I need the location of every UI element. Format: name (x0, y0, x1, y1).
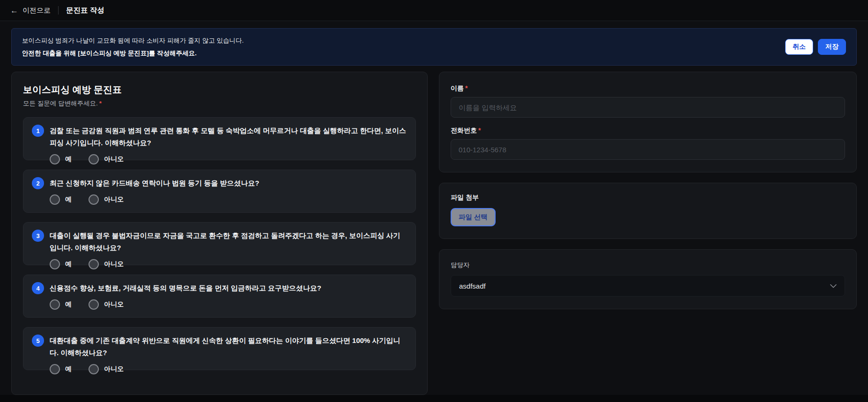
question-number-badge: 4 (32, 282, 44, 294)
question-card-1: 1 검찰 또는 금감원 직원과 범죄 연루 관련 통화 후 모텔 등 숙박업소에… (23, 117, 416, 160)
name-field-label: 이름* (451, 84, 845, 93)
notice-banner: 보이스피싱 범죄가 나날이 교묘화 됨에 따라 소비자 피해가 줄지 않고 있습… (11, 28, 857, 66)
cancel-button[interactable]: 취소 (785, 39, 813, 55)
radio-circle-icon[interactable] (50, 364, 60, 374)
save-button[interactable]: 저장 (818, 39, 846, 55)
question-number-badge: 2 (32, 177, 44, 189)
question-4-options: 예 아니오 (50, 299, 406, 310)
question-text: 검찰 또는 금감원 직원과 범죄 연루 관련 통화 후 모텔 등 숙박업소에 머… (50, 125, 406, 149)
required-asterisk: * (465, 84, 467, 92)
radio-circle-icon[interactable] (50, 154, 60, 164)
back-arrow-icon: ← (10, 7, 18, 15)
contact-info-card: 이름* 전화번호* (439, 72, 857, 172)
right-column: 이름* 전화번호* 파일 첨부 파일 선택 담당자 asdfsadf (439, 72, 857, 395)
radio-label-yes: 예 (65, 195, 72, 204)
top-header-bar: ← 이전으로 문진표 작성 (0, 0, 868, 21)
question-4-radio-no[interactable]: 아니오 (89, 299, 124, 310)
notice-line-1: 보이스피싱 범죄가 나날이 교묘화 됨에 따라 소비자 피해가 줄지 않고 있습… (22, 37, 244, 45)
question-5-radio-no[interactable]: 아니오 (89, 364, 124, 374)
questionnaire-subtitle-text: 모든 질문에 답변해주세요. (23, 100, 98, 107)
question-4-radio-yes[interactable]: 예 (50, 299, 72, 310)
question-card-2: 2 최근 신청하지 않은 카드배송 연락이나 법원 등기 등을 받으셨나요? 예… (23, 170, 416, 213)
question-2-options: 예 아니오 (50, 194, 406, 205)
radio-circle-icon[interactable] (89, 259, 99, 269)
name-input[interactable] (451, 97, 845, 118)
manager-card: 담당자 asdfsadf (439, 249, 857, 309)
manager-selected-value: asdfsadf (459, 282, 486, 290)
page-title: 문진표 작성 (66, 6, 104, 15)
manager-select[interactable]: asdfsadf (451, 275, 845, 297)
question-text: 최근 신청하지 않은 카드배송 연락이나 법원 등기 등을 받으셨나요? (50, 177, 260, 189)
radio-label-no: 아니오 (104, 195, 124, 204)
question-2-radio-yes[interactable]: 예 (50, 194, 72, 205)
file-attach-card: 파일 첨부 파일 선택 (439, 183, 857, 239)
questionnaire-title: 보이스피싱 예방 문진표 (23, 83, 416, 96)
notice-line-2: 안전한 대출을 위해 [보이스피싱 예방 문진표]를 작성해주세요. (22, 49, 244, 58)
question-1-options: 예 아니오 (50, 154, 406, 164)
question-number-badge: 5 (32, 335, 44, 347)
required-asterisk: * (478, 127, 481, 134)
question-card-3: 3 대출이 실행될 경우 불법자금이므로 자금을 국고로 환수한 후 점검하고 … (23, 222, 416, 265)
question-number-badge: 1 (32, 125, 44, 137)
question-text: 대출이 실행될 경우 불법자금이므로 자금을 국고로 환수한 후 점검하고 돌려… (50, 230, 406, 254)
back-button[interactable]: ← 이전으로 (10, 6, 51, 15)
question-text: 신용점수 향상, 보험료, 거래실적 등의 명목으로 돈을 먼저 입금하라고 요… (50, 282, 321, 294)
question-5-radio-yes[interactable]: 예 (50, 364, 72, 374)
radio-circle-icon[interactable] (50, 259, 60, 269)
radio-label-no: 아니오 (104, 300, 124, 309)
questionnaire-panel: 보이스피싱 예방 문진표 모든 질문에 답변해주세요.* 1 검찰 또는 금감원… (11, 72, 428, 395)
phone-field-label: 전화번호* (451, 127, 845, 135)
file-attach-label: 파일 첨부 (451, 194, 845, 202)
radio-circle-icon[interactable] (50, 299, 60, 310)
radio-label-yes: 예 (65, 260, 72, 268)
required-asterisk: * (99, 100, 102, 107)
question-3-radio-no[interactable]: 아니오 (89, 259, 124, 269)
main-content: 보이스피싱 범죄가 나날이 교묘화 됨에 따라 소비자 피해가 줄지 않고 있습… (0, 21, 868, 395)
manager-label: 담당자 (451, 261, 845, 269)
radio-circle-icon[interactable] (89, 194, 99, 205)
banner-actions: 취소 저장 (785, 39, 846, 55)
name-label-text: 이름 (451, 84, 464, 92)
questionnaire-subtitle: 모든 질문에 답변해주세요.* (23, 99, 416, 108)
file-select-button[interactable]: 파일 선택 (451, 208, 496, 226)
radio-circle-icon[interactable] (50, 194, 60, 205)
phone-label-text: 전화번호 (451, 127, 477, 134)
question-3-radio-yes[interactable]: 예 (50, 259, 72, 269)
question-3-options: 예 아니오 (50, 259, 406, 269)
question-2-radio-no[interactable]: 아니오 (89, 194, 124, 205)
radio-label-yes: 예 (65, 155, 72, 164)
phone-input[interactable] (451, 139, 845, 160)
question-card-4: 4 신용점수 향상, 보험료, 거래실적 등의 명목으로 돈을 먼저 입금하라고… (23, 275, 416, 318)
question-1-radio-yes[interactable]: 예 (50, 154, 72, 164)
radio-label-yes: 예 (65, 300, 72, 309)
question-card-5: 5 대환대출 중에 기존 대출계약 위반으로 직원에게 신속한 상환이 필요하다… (23, 327, 416, 370)
question-5-options: 예 아니오 (50, 364, 406, 374)
content-columns: 보이스피싱 예방 문진표 모든 질문에 답변해주세요.* 1 검찰 또는 금감원… (11, 72, 857, 395)
question-text: 대환대출 중에 기존 대출계약 위반으로 직원에게 신속한 상환이 필요하다는 … (50, 335, 406, 359)
notice-text: 보이스피싱 범죄가 나날이 교묘화 됨에 따라 소비자 피해가 줄지 않고 있습… (22, 37, 244, 58)
radio-circle-icon[interactable] (89, 299, 99, 310)
chevron-down-icon (830, 284, 837, 288)
radio-label-yes: 예 (65, 365, 72, 373)
radio-circle-icon[interactable] (89, 154, 99, 164)
radio-label-no: 아니오 (104, 260, 124, 268)
back-button-label: 이전으로 (22, 6, 51, 15)
radio-circle-icon[interactable] (89, 364, 99, 374)
radio-label-no: 아니오 (104, 155, 124, 164)
radio-label-no: 아니오 (104, 365, 124, 373)
header-divider (58, 6, 59, 15)
question-number-badge: 3 (32, 230, 44, 242)
question-1-radio-no[interactable]: 아니오 (89, 154, 124, 164)
